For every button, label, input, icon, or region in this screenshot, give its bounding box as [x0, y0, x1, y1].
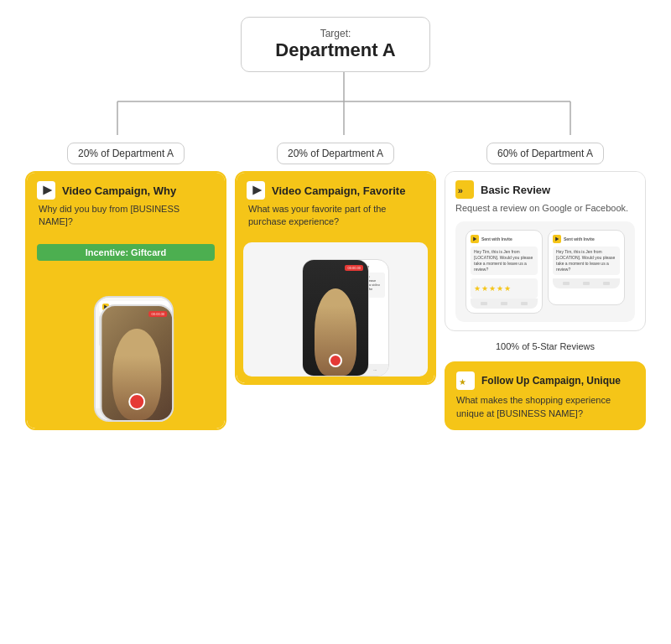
col2-time-badge: 00:00:30	[345, 265, 363, 271]
col3-stars-container: ★ ★ ★ ★ ★	[471, 278, 538, 299]
col3-add-btn-front	[583, 282, 590, 285]
col2-campaign-title: Video Campaign, Favorite	[272, 184, 405, 197]
col2-video-overlay: 00:00:30	[302, 259, 369, 377]
col3-phone-bottom	[471, 299, 538, 309]
col3-star-2: ★	[481, 284, 488, 293]
root-container: Target: Department A	[8, 17, 663, 72]
col3-review-desc: Request a review on Google or Facebook.	[455, 202, 635, 215]
tree-connector-svg	[8, 72, 663, 139]
col3-review-title: Basic Review	[481, 184, 550, 196]
col2-record-btn	[329, 354, 342, 367]
col2-more-btn: ···	[373, 367, 377, 372]
col3-followup-header-row: ★ Follow Up Campaign, Unique	[456, 371, 634, 390]
col3-review-phone-area: Sent with Invite Hey Tim, this is Jen fr…	[455, 221, 635, 322]
col3-msg-icon-back	[471, 235, 479, 243]
svg-text:★: ★	[459, 377, 466, 387]
diagram-container: Target: Department A 20% of Department A	[0, 0, 671, 447]
col1-campaign-card[interactable]: Video Campaign, Why Why did you buy from…	[25, 171, 226, 430]
col1-video-overlay: 00:00:30	[100, 304, 174, 422]
col1-header: 20% of Department A	[25, 143, 226, 164]
col3-phone-back: Sent with Invite Hey Tim, this is Jen fr…	[466, 230, 543, 314]
col1-time-badge: 00:00:30	[149, 311, 168, 317]
col3-more-btn-front	[603, 282, 610, 285]
col3-msg-text-front: Hey Tim, this is Jen from [LOCATION]. Wo…	[553, 247, 620, 275]
col3-msg-header-text: Sent with Invite	[481, 236, 512, 242]
col3-msg-icon-front	[553, 235, 561, 243]
svg-text:»: »	[458, 185, 463, 195]
col1-phone-area: Sent with Invite Video Hey Matt, this is…	[27, 273, 225, 428]
dept-name: Department A	[275, 39, 395, 61]
col1-play-icon	[37, 181, 55, 200]
col3-msg-text-back: Hey Tim, this is Jen from [LOCATION]. Wo…	[471, 247, 538, 275]
col3-star-1: ★	[474, 284, 481, 293]
col3-followup-desc: What makes the shopping experience uniqu…	[456, 394, 634, 420]
col2-phone-area: Sent with Invite Video Hey Jessie, this …	[237, 236, 434, 383]
col3-back-btn	[481, 302, 487, 305]
root-node: Target: Department A	[241, 17, 429, 72]
col3-add-btn	[501, 302, 507, 305]
col3-review-header: » Basic Review Request a review on Googl…	[445, 172, 645, 221]
col3-followup-icon: ★	[456, 371, 475, 390]
col3-followup-card[interactable]: ★ Follow Up Campaign, Unique What makes …	[445, 361, 646, 430]
col2-header-row: Video Campaign, Favorite	[247, 181, 424, 200]
col3-stars-row: ★ ★ ★ ★ ★	[474, 284, 534, 293]
col3-chevron-icon: »	[455, 180, 474, 199]
col1-header-row: Video Campaign, Why	[37, 181, 215, 200]
col1-pct-label: 20% of Department A	[67, 143, 185, 164]
svg-marker-13	[473, 237, 476, 242]
column-3: 60% of Department A » Basic Review Reque…	[445, 143, 646, 430]
col1-campaign-desc: Why did you buy from [BUSINESS NAME]?	[37, 203, 215, 229]
col3-msg-header-front: Sent with Invite	[553, 235, 620, 243]
col3-pct-label: 60% of Department A	[486, 143, 604, 164]
col2-play-icon	[247, 181, 265, 200]
col3-phone-front: Sent with Invite Hey Tim, this is Jen fr…	[548, 230, 625, 305]
col3-back-btn-front	[563, 282, 570, 285]
col1-incentive-badge: Incentive: Giftcard	[37, 244, 215, 261]
col3-phone-bottom-front	[553, 278, 620, 288]
col1-campaign-header: Video Campaign, Why Why did you buy from…	[27, 173, 225, 236]
svg-marker-14	[555, 237, 559, 242]
col3-more-btn	[521, 302, 528, 305]
col3-followup-title: Follow Up Campaign, Unique	[481, 375, 621, 387]
col3-header: 60% of Department A	[445, 143, 646, 164]
col3-sent-header-front: Sent with Invite	[564, 236, 595, 242]
col3-star-5: ★	[504, 284, 511, 293]
columns-container: 20% of Department A Video Campaign, Why …	[8, 143, 663, 430]
column-2: 20% of Department A Video Campaign, Favo…	[235, 143, 436, 385]
col2-header: 20% of Department A	[235, 143, 436, 164]
col1-campaign-body: Incentive: Giftcard	[27, 236, 225, 273]
col3-followup-pct: 100% of 5-Star Reviews	[496, 338, 595, 355]
col1-campaign-title: Video Campaign, Why	[62, 184, 176, 197]
col1-phone-container: Sent with Invite Video Hey Matt, this is…	[34, 279, 218, 422]
col2-pct-label: 20% of Department A	[277, 143, 394, 164]
col3-msg-header-back: Sent with Invite	[471, 235, 538, 243]
col2-campaign-header: Video Campaign, Favorite What was your f…	[237, 173, 434, 236]
col2-campaign-desc: What was your favorite part of the purch…	[247, 203, 424, 229]
col3-review-header-row: » Basic Review	[455, 180, 635, 199]
col3-review-card[interactable]: » Basic Review Request a review on Googl…	[445, 171, 646, 331]
target-label: Target:	[275, 28, 395, 39]
col2-campaign-card[interactable]: Video Campaign, Favorite What was your f…	[235, 171, 436, 385]
col2-mid-phone-area: Sent with Invite Video Hey Jessie, this …	[243, 242, 428, 377]
col1-record-btn	[128, 393, 145, 410]
col3-star-4: ★	[497, 284, 503, 293]
column-1: 20% of Department A Video Campaign, Why …	[25, 143, 226, 430]
col3-star-3: ★	[489, 284, 496, 293]
